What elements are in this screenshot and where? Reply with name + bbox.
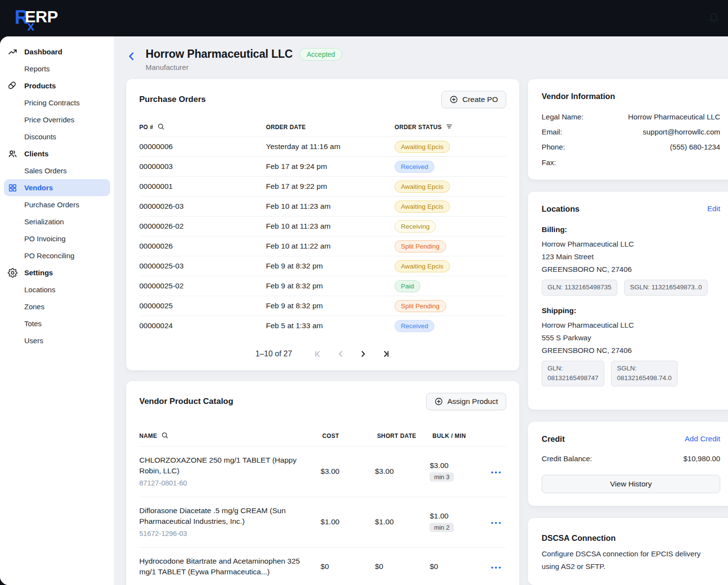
product-bulk-price: $1.00: [430, 512, 491, 520]
sidebar-item-users[interactable]: Users: [4, 332, 110, 349]
users-icon: [8, 149, 17, 159]
page-last-icon[interactable]: [381, 349, 390, 359]
po-status-badge: Awaiting Epcis: [395, 181, 450, 193]
sidebar-item-label: Sales Orders: [24, 167, 67, 175]
shipping-address: Shipping:Horrow Pharmaceutical LLC555 S …: [542, 306, 720, 386]
view-history-button[interactable]: View History: [542, 475, 720, 493]
po-table-row[interactable]: 00000024Feb 5 at 1:33 amReceived: [139, 316, 506, 335]
catalog-row[interactable]: CHLORZOXAZONE 250 mg/1 TABLET (Happy Rob…: [139, 446, 506, 497]
sidebar-item-discounts[interactable]: Discounts: [4, 128, 110, 145]
sidebar-item-reports[interactable]: Reports: [4, 60, 110, 77]
sidebar-item-serialization[interactable]: Serialization: [4, 213, 110, 230]
sidebar-item-label: Products: [24, 82, 56, 90]
sidebar-item-label: Pricing Contracts: [24, 99, 80, 107]
page-first-icon[interactable]: [314, 349, 323, 359]
po-table-row[interactable]: 00000006Yesterday at 11:16 amAwaiting Ep…: [139, 136, 506, 156]
edit-locations-link[interactable]: Edit: [707, 204, 720, 213]
sidebar-item-sales-orders[interactable]: Sales Orders: [4, 162, 110, 179]
sidebar-item-po-invoicing[interactable]: PO Invoicing: [4, 230, 110, 247]
vendor-info-row: Email:support@horrowllc.com: [542, 128, 720, 136]
sidebar-item-vendors[interactable]: Vendors: [4, 179, 110, 196]
create-po-button[interactable]: Create PO: [441, 91, 506, 108]
product-name: Diflorasone Diacetate .5 mg/g CREAM (Sun…: [139, 505, 309, 527]
po-table-row[interactable]: 00000025Feb 9 at 8:32 pmSplit Pending: [139, 296, 506, 316]
page-next-icon[interactable]: [358, 349, 368, 359]
po-number: 00000026-03: [139, 202, 266, 211]
back-button[interactable]: [126, 48, 143, 67]
po-number: 00000006: [139, 142, 266, 151]
sidebar-item-label: Users: [24, 336, 43, 345]
po-table-row[interactable]: 00000003Feb 17 at 9:24 pmReceived: [139, 156, 506, 176]
sidebar-item-dashboard[interactable]: Dashboard: [4, 43, 110, 60]
page-subtitle: Manufacturer: [146, 63, 342, 71]
sidebar-item-clients[interactable]: Clients: [4, 145, 110, 162]
po-table-row[interactable]: 00000026-02Feb 10 at 11:23 amReceiving: [139, 216, 506, 236]
page-prev-icon[interactable]: [336, 349, 346, 359]
purchase-orders-title: Purchase Orders: [139, 95, 206, 104]
assign-product-button[interactable]: Assign Product: [426, 393, 506, 410]
sidebar-item-po-reconciling[interactable]: PO Reconciling: [4, 247, 110, 264]
logo-x: x: [27, 19, 34, 34]
bell-icon[interactable]: [709, 13, 719, 23]
dscsa-connection-card: DSCSA Connection Configure DSCSA connect…: [528, 518, 728, 585]
product-bulk-price: $3.00: [430, 461, 491, 470]
vendor-info-label: Email:: [542, 128, 562, 136]
row-actions-ellipsis-icon[interactable]: ●●●: [491, 565, 506, 570]
po-order-date: Feb 9 at 8:32 pm: [266, 262, 395, 270]
po-table-row[interactable]: 00000026Feb 10 at 11:22 amSplit Pending: [139, 236, 506, 256]
locations-title: Locations: [542, 204, 579, 214]
product-ndc: 87127-0801-60: [139, 478, 309, 488]
catalog-table-body: CHLORZOXAZONE 250 mg/1 TABLET (Happy Rob…: [139, 446, 506, 585]
sidebar-item-label: Price Overrides: [24, 116, 74, 124]
catalog-row[interactable]: Hydrocodone Bitartrate and Acetaminophen…: [139, 547, 506, 585]
sidebar-item-purchase-orders[interactable]: Purchase Orders: [4, 196, 110, 213]
sidebar-item-label: Serialization: [24, 217, 64, 226]
sidebar-nav: DashboardReportsProductsPricing Contract…: [0, 36, 114, 585]
sidebar-item-pricing-contracts[interactable]: Pricing Contracts: [4, 94, 110, 111]
po-number: 00000025-03: [139, 262, 266, 270]
app-window: RERP x DashboardReportsProductsPricing C…: [0, 0, 728, 585]
add-credit-link[interactable]: Add Credit: [685, 435, 720, 443]
grid-icon: [8, 183, 17, 193]
product-cost: $3.00: [321, 467, 375, 476]
vendor-info-label: Legal Name:: [542, 113, 583, 121]
short-date-column-header: SHORT DATE: [377, 433, 416, 439]
po-table-row[interactable]: 00000025-03Feb 9 at 8:32 pmAwaiting Epci…: [139, 256, 506, 276]
product-cost: $1.00: [321, 518, 375, 526]
search-icon[interactable]: [157, 123, 165, 132]
po-order-date: Feb 10 at 11:23 am: [266, 202, 395, 211]
sidebar-item-locations[interactable]: Locations: [4, 281, 110, 298]
sidebar-item-price-overrides[interactable]: Price Overrides: [4, 111, 110, 128]
dscsa-description: Configure DSCSA connection for EPCIS del…: [542, 548, 720, 573]
po-number: 00000026: [139, 242, 266, 251]
search-icon[interactable]: [161, 432, 168, 440]
sidebar-item-settings[interactable]: Settings: [4, 264, 110, 281]
po-status-badge: Split Pending: [395, 300, 446, 312]
min-quantity-chip: min 2: [430, 523, 454, 532]
vendor-info-value: (555) 680-1234: [670, 143, 720, 151]
catalog-row[interactable]: Diflorasone Diacetate .5 mg/g CREAM (Sun…: [139, 497, 506, 547]
po-table-row[interactable]: 00000001Feb 17 at 9:22 pmAwaiting Epcis: [139, 176, 506, 196]
po-number: 00000025: [139, 301, 266, 310]
sidebar-item-totes[interactable]: Totes: [4, 315, 110, 332]
catalog-title: Vendor Product Catalog: [139, 397, 233, 406]
billing-address: Billing:Horrow Pharmaceutical LLC123 Mai…: [542, 225, 720, 296]
sidebar-item-label: Settings: [24, 268, 53, 277]
po-order-date: Feb 5 at 1:33 am: [266, 321, 395, 330]
sidebar-item-label: Purchase Orders: [24, 201, 79, 209]
sidebar-item-label: Dashboard: [24, 48, 62, 56]
credit-balance-value: $10,980.00: [683, 454, 720, 463]
address-line: GREENSBORO NC, 27406: [542, 344, 720, 357]
product-cost: $0: [321, 562, 375, 571]
po-table-row[interactable]: 00000025-02Feb 9 at 8:32 pmPaid: [139, 276, 506, 296]
filter-icon[interactable]: [446, 123, 453, 132]
po-table-row[interactable]: 00000026-03Feb 10 at 11:23 amAwaiting Ep…: [139, 196, 506, 216]
vendor-info-value: support@horrowllc.com: [643, 128, 720, 136]
sidebar-item-label: PO Invoicing: [24, 234, 66, 243]
row-actions-ellipsis-icon[interactable]: ●●●: [491, 470, 506, 475]
po-order-date: Feb 17 at 9:24 pm: [266, 162, 395, 171]
row-actions-ellipsis-icon[interactable]: ●●●: [491, 520, 506, 525]
sidebar-item-products[interactable]: Products: [4, 77, 110, 94]
sidebar-item-zones[interactable]: Zones: [4, 298, 110, 315]
sidebar-item-label: Zones: [24, 302, 45, 311]
